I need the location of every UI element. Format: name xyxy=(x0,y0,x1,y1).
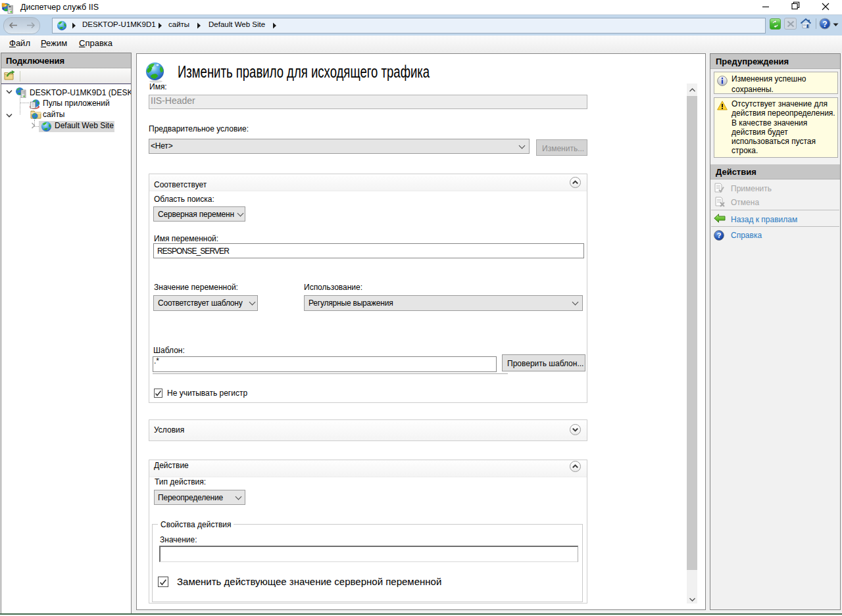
svg-text:?: ? xyxy=(822,20,827,29)
svg-text:?: ? xyxy=(717,231,722,239)
